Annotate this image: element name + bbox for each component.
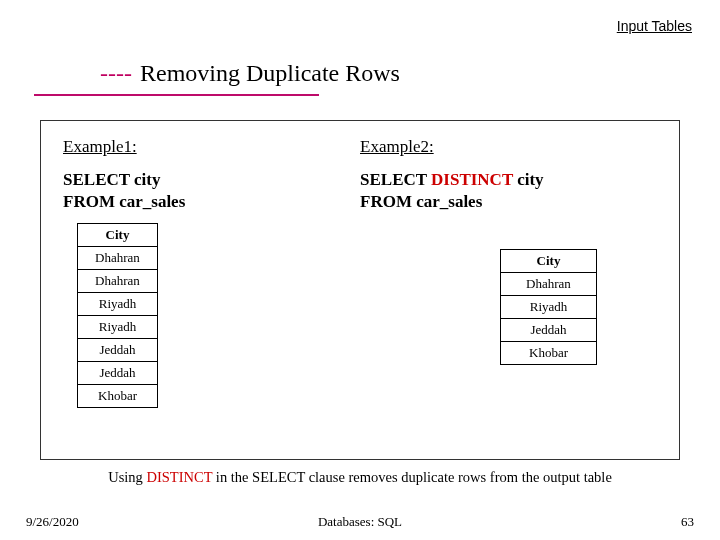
table-row: Riyadh	[78, 293, 158, 316]
table-row: Dhahran	[78, 270, 158, 293]
table-row: Jeddah	[78, 339, 158, 362]
title-underline	[34, 94, 319, 96]
example1-col-header: City	[78, 224, 158, 247]
q2-select: SELECT	[360, 170, 431, 189]
cell: Khobar	[501, 342, 597, 365]
example2-query: SELECT DISTINCT city FROM car_sales	[360, 169, 657, 213]
explain-distinct: DISTINCT	[146, 469, 212, 485]
cell: Riyadh	[78, 293, 158, 316]
q2-distinct: DISTINCT	[431, 170, 513, 189]
example2-query-line2: FROM car_sales	[360, 191, 657, 213]
example1-query-line1: SELECT city	[63, 169, 360, 191]
example1-result-table: City Dhahran Dhahran Riyadh Riyadh Jedda…	[77, 223, 158, 408]
cell: Jeddah	[501, 319, 597, 342]
cell: Dhahran	[501, 273, 597, 296]
cell: Dhahran	[78, 270, 158, 293]
example1-label: Example1:	[63, 137, 360, 157]
table-row: Dhahran	[78, 247, 158, 270]
cell: Riyadh	[78, 316, 158, 339]
explanation: Using DISTINCT in the SELECT clause remo…	[0, 469, 720, 486]
example2-col-header: City	[501, 250, 597, 273]
footer-center: Databases: SQL	[318, 514, 402, 530]
table-row: Dhahran	[501, 273, 597, 296]
example1-query-line2: FROM car_sales	[63, 191, 360, 213]
q2-city: city	[513, 170, 544, 189]
explain-post: in the SELECT clause removes duplicate r…	[212, 469, 612, 485]
example2-query-line1: SELECT DISTINCT city	[360, 169, 657, 191]
input-tables-link[interactable]: Input Tables	[617, 18, 692, 34]
table-row: Riyadh	[501, 296, 597, 319]
columns: Example1: SELECT city FROM car_sales Cit…	[63, 137, 657, 408]
footer-date: 9/26/2020	[26, 514, 79, 530]
table-row: Khobar	[78, 385, 158, 408]
cell: Jeddah	[78, 339, 158, 362]
cell: Jeddah	[78, 362, 158, 385]
table-row: Jeddah	[78, 362, 158, 385]
cell: Khobar	[78, 385, 158, 408]
cell: Riyadh	[501, 296, 597, 319]
table-row: Riyadh	[78, 316, 158, 339]
explain-pre: Using	[108, 469, 146, 485]
title-text: Removing Duplicate Rows	[140, 60, 400, 86]
slide-title: ----Removing Duplicate Rows	[100, 60, 400, 87]
example2-result-table: City Dhahran Riyadh Jeddah Khobar	[500, 249, 597, 365]
example1: Example1: SELECT city FROM car_sales Cit…	[63, 137, 360, 408]
examples-container: Example1: SELECT city FROM car_sales Cit…	[40, 120, 680, 460]
slide: Input Tables ----Removing Duplicate Rows…	[0, 0, 720, 540]
table-row: Khobar	[501, 342, 597, 365]
example1-query: SELECT city FROM car_sales	[63, 169, 360, 213]
title-dashes: ----	[100, 60, 132, 86]
example2-label: Example2:	[360, 137, 657, 157]
example2: Example2: SELECT DISTINCT city FROM car_…	[360, 137, 657, 408]
cell: Dhahran	[78, 247, 158, 270]
footer-page: 63	[681, 514, 694, 530]
footer: 9/26/2020 Databases: SQL 63	[0, 514, 720, 530]
table-row: Jeddah	[501, 319, 597, 342]
